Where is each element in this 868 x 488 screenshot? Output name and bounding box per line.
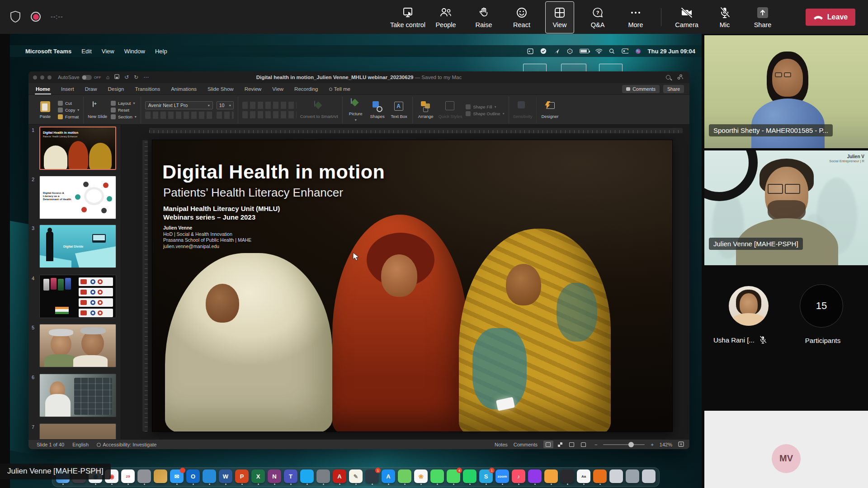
screenshot-icon[interactable]	[316, 469, 330, 483]
tab-insert[interactable]: Insert	[60, 84, 75, 94]
music-icon[interactable]: ♪	[512, 469, 525, 483]
share-button[interactable]: Share	[744, 1, 782, 33]
tab-draw[interactable]: Draw	[84, 84, 98, 94]
excel-icon[interactable]: X	[251, 469, 265, 483]
notes-button[interactable]: Notes	[495, 442, 508, 447]
text-box-button[interactable]: AText Box	[390, 102, 408, 119]
vertical-ruler[interactable]	[142, 140, 148, 432]
video-tile-mv[interactable]: MV	[704, 411, 868, 488]
designer-button[interactable]: Designer	[541, 101, 559, 119]
font-size-select[interactable]: 10▾	[217, 101, 234, 109]
redo-icon[interactable]: ↻	[134, 74, 138, 80]
raise-hand-button[interactable]: Raise	[465, 1, 503, 33]
paragraph-buttons-bottom[interactable]	[242, 111, 297, 118]
convert-smartart-button[interactable]: Convert to SmartArt	[300, 101, 338, 119]
firefox-icon[interactable]	[593, 469, 607, 483]
camera-button[interactable]: Camera	[668, 1, 706, 33]
box-status-icon[interactable]	[566, 48, 573, 54]
home-icon[interactable]: ⌂	[106, 74, 109, 80]
acrobat-icon[interactable]: A	[333, 469, 346, 483]
folder-icon[interactable]	[154, 469, 167, 483]
powerpoint-icon[interactable]: P	[235, 469, 249, 483]
picture-button[interactable]: Picture▾	[347, 99, 365, 122]
zoom-percent[interactable]: 142%	[660, 442, 672, 447]
section-button[interactable]: Section▾	[111, 114, 137, 119]
whatsapp-icon[interactable]	[463, 469, 476, 483]
siri-icon[interactable]	[635, 48, 642, 54]
tab-design[interactable]: Design	[107, 84, 125, 94]
titlebar-search-icon[interactable]	[666, 75, 670, 80]
avatar-usha[interactable]	[729, 286, 769, 326]
slide-thumbnail-2[interactable]: Digital Access & Literacy as a Determina…	[39, 176, 116, 219]
font-format-buttons[interactable]	[145, 112, 213, 119]
battery-icon[interactable]	[580, 49, 589, 53]
menu-bar-clock[interactable]: Thu 29 Jun 09:04	[648, 48, 695, 55]
mic-button[interactable]: Mic	[706, 1, 744, 33]
design-app-icon[interactable]	[544, 469, 558, 483]
leave-button[interactable]: Leave	[806, 9, 855, 26]
verified-status-icon[interactable]	[540, 48, 547, 54]
onenote-icon[interactable]: N	[268, 469, 281, 483]
ppt-share-button[interactable]: Share	[663, 85, 684, 93]
normal-view-button[interactable]	[543, 441, 553, 448]
people-button[interactable]: People	[427, 1, 465, 33]
tab-slide-show[interactable]: Slide Show	[207, 84, 235, 94]
qa-button[interactable]: ? Q&A	[579, 1, 617, 33]
app-menu[interactable]: Microsoft Teams	[25, 48, 71, 55]
new-slide-button[interactable]: New Slide	[88, 102, 107, 119]
view-button[interactable]: View	[545, 1, 574, 33]
tab-home[interactable]: Home	[35, 84, 51, 94]
horizontal-ruler[interactable]	[149, 128, 683, 133]
shapes-button[interactable]: Shapes	[368, 101, 387, 119]
photos-icon[interactable]: ❀	[414, 469, 428, 483]
save-icon[interactable]	[114, 74, 119, 80]
shape-outline-button[interactable]: Shape Outline▾	[466, 111, 504, 116]
tab-tell-me[interactable]: Tell me	[328, 84, 351, 94]
font-name-select[interactable]: Avenir Next LT Pro▾	[145, 101, 213, 109]
teams-icon[interactable]: T	[284, 469, 297, 483]
slide-thumbnail-5[interactable]	[39, 324, 116, 367]
slide-thumbnail-3[interactable]: Digital Divide	[39, 225, 116, 268]
outlook-icon[interactable]: O	[186, 469, 200, 483]
notes-icon[interactable]: ✎	[349, 469, 363, 483]
zoom-in-button[interactable]: +	[651, 442, 653, 447]
menu-edit[interactable]: Edit	[81, 48, 91, 55]
menu-window[interactable]: Window	[124, 48, 145, 55]
wifi-icon[interactable]	[595, 48, 602, 54]
fit-slide-button[interactable]	[678, 441, 684, 448]
paragraph-buttons-top[interactable]	[242, 102, 297, 109]
utility-app-icon[interactable]	[561, 469, 574, 483]
comments-button[interactable]: Comments	[622, 85, 660, 93]
tab-view[interactable]: View	[271, 84, 284, 94]
titlebar-share-icon[interactable]	[677, 74, 683, 81]
more-button[interactable]: More	[617, 1, 655, 33]
slide-thumbnail-6[interactable]	[39, 374, 116, 417]
react-button[interactable]: React	[503, 1, 541, 33]
shape-fill-button[interactable]: Shape Fill▾	[466, 104, 504, 109]
tab-transitions[interactable]: Transitions	[134, 84, 161, 94]
tab-animations[interactable]: Animations	[170, 84, 198, 94]
take-control-button[interactable]: Take control	[389, 1, 427, 33]
appstore-icon[interactable]: A	[382, 469, 395, 483]
maps-icon[interactable]	[398, 469, 411, 483]
slide-counter[interactable]: Slide 1 of 40	[37, 442, 64, 447]
participant-count-circle[interactable]: 15	[800, 284, 843, 328]
menu-help[interactable]: Help	[155, 48, 167, 55]
zoom-out-button[interactable]: −	[594, 442, 597, 447]
status-comments-button[interactable]: Comments	[514, 442, 538, 447]
clock-icon[interactable]	[137, 469, 151, 483]
activity-icon[interactable]	[609, 469, 623, 483]
window-traffic-lights[interactable]	[33, 75, 52, 80]
keynote-icon[interactable]	[300, 469, 314, 483]
word-icon[interactable]: W	[219, 469, 232, 483]
quick-styles-button[interactable]: Quick Styles	[439, 101, 462, 119]
facetime-icon[interactable]: 4	[447, 469, 460, 483]
sensitivity-button[interactable]: Sensitivity	[513, 101, 533, 119]
font-extra-buttons[interactable]	[217, 112, 234, 119]
video-tile-julien[interactable]: Julien V Social Entrepreneur | R Julien …	[704, 150, 868, 265]
zoom-icon[interactable]: zoom	[495, 469, 509, 483]
slide-thumbnail-4[interactable]	[39, 275, 116, 318]
app-status-icon[interactable]	[527, 48, 534, 54]
slideshow-button[interactable]	[579, 441, 589, 448]
menu-view[interactable]: View	[102, 48, 114, 55]
